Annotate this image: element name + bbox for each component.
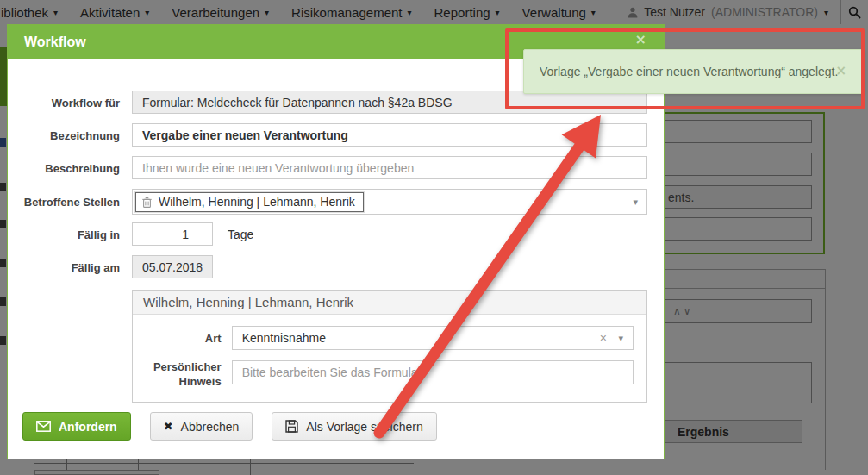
clear-icon[interactable]: × [600, 331, 607, 345]
form-row-bezeichnung: Bezeichnung Vergabe einer neuen Verantwo… [8, 123, 664, 147]
toast-close-icon[interactable]: × [835, 63, 846, 78]
save-icon [285, 420, 298, 433]
abbrechen-button-label: Abbrechen [181, 420, 240, 434]
form-row-workflow-fuer: Workflow für Formular: Meldecheck für Da… [8, 91, 664, 114]
recipient-section: Wilhelm, Henning | Lehmann, Henrik Art K… [132, 290, 647, 403]
anfordern-button[interactable]: Anfordern [22, 412, 131, 441]
dialog-body: Workflow für Formular: Meldecheck für Da… [8, 59, 664, 403]
faellig-in-input[interactable]: 1 [132, 222, 213, 246]
persoenlicher-hinweis-input[interactable]: Bitte bearbeiten Sie das Formular [232, 360, 634, 384]
form-row-persoenlicher-hinweis: Persönlicher Hinweis Bitte bearbeiten Si… [133, 360, 634, 390]
form-row-faellig-am: Fällig am 05.07.2018 [8, 255, 664, 278]
chevron-down-icon[interactable]: ▾ [633, 197, 638, 208]
screen: ibliothek▾ Aktivitäten▾ Verarbeitungen▾ … [0, 0, 868, 475]
anfordern-button-label: Anfordern [59, 420, 117, 434]
selected-entity-tag[interactable]: Wilhelm, Henning | Lehmann, Henrik [135, 192, 364, 212]
field-label: Betroffene Stellen [8, 189, 120, 209]
recipient-section-body: Art Kenntnisnahme × ▾ Persönlicher Hinwe… [133, 315, 646, 402]
art-select[interactable]: Kenntnisnahme × ▾ [232, 326, 634, 350]
field-label: Art [133, 326, 222, 347]
form-row-beschreibung: Beschreibung Ihnen wurde eine neuen Vera… [8, 156, 664, 179]
field-label: Fällig in [8, 222, 120, 242]
beschreibung-input[interactable]: Ihnen wurde eine neuen Verantwortung übe… [132, 156, 647, 179]
toast-message: Vorlage „Vergabe einer neuen Verantwortu… [540, 65, 838, 78]
field-label: Persönlicher Hinweis [133, 360, 222, 390]
abbrechen-button[interactable]: ✖ Abbrechen [150, 412, 253, 441]
betroffene-stellen-select[interactable]: Wilhelm, Henning | Lehmann, Henrik ▾ [132, 189, 647, 215]
dialog-footer: Anfordern ✖ Abbrechen Als Vorlage speich… [22, 412, 437, 441]
field-label: Beschreibung [8, 156, 120, 176]
envelope-icon [36, 421, 51, 432]
field-label: Workflow für [8, 91, 120, 110]
art-selected-value: Kenntnisnahme [242, 331, 326, 345]
toast-notification: Vorlage „Vergabe einer neuen Verantwortu… [523, 49, 865, 94]
faellig-am-field: 05.07.2018 [132, 255, 213, 278]
trash-icon[interactable] [142, 197, 152, 208]
form-row-art: Art Kenntnisnahme × ▾ [133, 326, 634, 350]
field-label: Fällig am [8, 255, 120, 275]
workflow-fuer-field: Formular: Meldecheck für Datenpannen nac… [132, 91, 647, 114]
selected-entity-label: Wilhelm, Henning | Lehmann, Henrik [159, 195, 355, 209]
dialog-title: Workflow [24, 34, 86, 50]
close-icon[interactable]: × [635, 33, 646, 47]
chevron-down-icon[interactable]: ▾ [618, 333, 623, 344]
als-vorlage-speichern-button[interactable]: Als Vorlage speichern [272, 412, 436, 441]
field-label: Bezeichnung [8, 123, 120, 143]
form-row-faellig-in: Fällig in 1 Tage [8, 222, 664, 246]
faellig-in-suffix: Tage [228, 222, 253, 246]
bezeichnung-input[interactable]: Vergabe einer neuen Verantwortung [132, 123, 647, 147]
form-row-betroffene-stellen: Betroffene Stellen Wilhelm, Henning | Le… [8, 189, 664, 215]
als-vorlage-speichern-button-label: Als Vorlage speichern [306, 420, 422, 434]
recipient-section-header: Wilhelm, Henning | Lehmann, Henrik [133, 291, 646, 315]
cancel-x-icon: ✖ [164, 420, 173, 433]
